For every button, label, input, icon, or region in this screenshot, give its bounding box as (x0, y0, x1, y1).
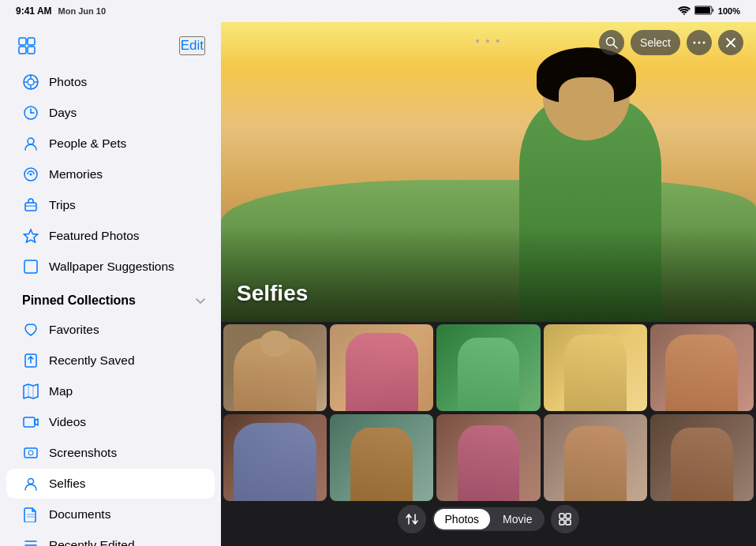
svg-point-41 (703, 42, 705, 44)
wallpaper-icon (22, 258, 39, 275)
content-area: • • • Select (221, 22, 756, 546)
screenshots-icon (22, 444, 39, 462)
sidebar-item-videos[interactable]: Videos (6, 407, 215, 437)
more-button[interactable] (687, 30, 712, 55)
svg-rect-5 (19, 47, 26, 54)
sidebar-nav: Photos Days (0, 63, 221, 286)
photo-thumb-3[interactable] (436, 324, 540, 411)
svg-line-38 (614, 45, 618, 49)
favorites-icon (22, 321, 39, 338)
photo-row-2 (223, 414, 754, 501)
pinned-collections-header[interactable]: Pinned Collections (0, 286, 221, 311)
photo-thumb-9[interactable] (544, 414, 647, 501)
hero-head (543, 54, 630, 140)
people-label: People & Pets (49, 136, 199, 151)
sidebar-item-trips[interactable]: Trips (6, 190, 215, 220)
app-container: Edit Photos (0, 22, 756, 546)
photo-thumb-7[interactable] (330, 414, 433, 501)
status-right: 100% (678, 6, 740, 17)
status-time: 9:41 AM (16, 6, 52, 17)
svg-rect-47 (566, 520, 571, 525)
featured-label: Featured Photos (49, 229, 199, 243)
svg-rect-6 (28, 47, 35, 54)
svg-rect-45 (566, 514, 571, 518)
sidebar-item-memories[interactable]: Memories (6, 159, 215, 189)
videos-label: Videos (49, 415, 199, 429)
svg-rect-17 (25, 203, 36, 211)
sidebar-item-days[interactable]: Days (6, 98, 215, 128)
grid-view-button[interactable] (551, 505, 579, 533)
svg-point-0 (683, 13, 685, 15)
videos-icon (22, 413, 39, 431)
sidebar-edit-button[interactable]: Edit (179, 36, 205, 55)
status-bar: 9:41 AM Mon Jun 10 100% (0, 0, 756, 22)
svg-rect-26 (24, 417, 35, 427)
drag-handle: • • • (476, 35, 501, 47)
svg-marker-19 (24, 230, 38, 242)
svg-point-16 (30, 174, 32, 176)
movie-view-button[interactable]: Movie (492, 509, 543, 529)
search-button[interactable] (599, 30, 624, 55)
pinned-nav: Favorites Recently Saved (0, 311, 221, 546)
sidebar-item-map[interactable]: Map (6, 376, 215, 406)
sidebar-item-favorites[interactable]: Favorites (6, 315, 215, 345)
recently-saved-icon (22, 352, 39, 369)
photos-view-button[interactable]: Photos (434, 509, 491, 529)
memories-label: Memories (49, 167, 199, 181)
selfies-label: Selfies (49, 477, 199, 491)
select-button[interactable]: Select (631, 30, 680, 55)
content-toolbar: • • • Select (221, 22, 756, 63)
sidebar-item-documents[interactable]: Documents (6, 499, 215, 529)
photo-thumb-5[interactable] (650, 324, 754, 411)
sort-button[interactable] (398, 505, 426, 533)
close-button[interactable] (718, 30, 743, 55)
sidebar-item-recently-saved[interactable]: Recently Saved (6, 346, 215, 376)
bottom-controls: Photos Movie (221, 505, 756, 533)
sidebar-item-people[interactable]: People & Pets (6, 129, 215, 159)
recently-edited-icon (22, 537, 39, 546)
photo-thumb-6[interactable] (223, 414, 327, 501)
sidebar-item-recently-edited[interactable]: Recently Edited (6, 530, 215, 546)
svg-rect-46 (560, 520, 564, 525)
hero-photo[interactable]: Selfies (221, 22, 756, 322)
svg-point-14 (28, 138, 34, 144)
svg-point-39 (694, 42, 696, 44)
svg-rect-27 (24, 448, 37, 458)
photo-thumb-2[interactable] (330, 324, 433, 411)
sidebar-item-screenshots[interactable]: Screenshots (6, 438, 215, 468)
photo-thumb-10[interactable] (650, 414, 754, 501)
photo-row-1 (223, 324, 754, 411)
sidebar-toggle-icon[interactable] (16, 35, 38, 57)
selfies-icon (22, 475, 39, 492)
days-icon (22, 104, 39, 122)
screenshots-label: Screenshots (49, 446, 199, 460)
sidebar-item-wallpaper[interactable]: Wallpaper Suggestions (6, 252, 215, 282)
sidebar-item-selfies[interactable]: Selfies (6, 469, 215, 499)
wifi-icon (678, 6, 691, 17)
battery-percent: 100% (718, 6, 740, 16)
people-icon (22, 135, 39, 152)
photo-thumb-8[interactable] (436, 414, 540, 501)
memories-icon (22, 166, 39, 183)
svg-point-29 (28, 479, 34, 484)
svg-point-28 (28, 451, 33, 455)
svg-rect-2 (695, 7, 710, 13)
favorites-label: Favorites (49, 323, 199, 337)
photo-thumb-1[interactable] (223, 324, 327, 411)
wallpaper-label: Wallpaper Suggestions (49, 260, 199, 274)
hero-title: Selfies (237, 281, 308, 306)
photo-thumb-4[interactable] (544, 324, 647, 411)
battery-icon (694, 6, 714, 17)
status-date: Mon Jun 10 (58, 6, 107, 16)
view-toggle: Photos Movie (432, 507, 545, 531)
svg-rect-44 (560, 514, 564, 518)
sidebar: Edit Photos (0, 22, 221, 546)
recently-saved-label: Recently Saved (49, 353, 199, 368)
trips-icon (22, 196, 39, 214)
sidebar-item-photos[interactable]: Photos (6, 67, 215, 97)
sidebar-item-featured[interactable]: Featured Photos (6, 221, 215, 251)
hero-gradient (221, 227, 756, 322)
content-scroll[interactable]: Selfies (221, 22, 756, 546)
svg-rect-3 (19, 38, 26, 45)
svg-point-40 (698, 42, 701, 44)
